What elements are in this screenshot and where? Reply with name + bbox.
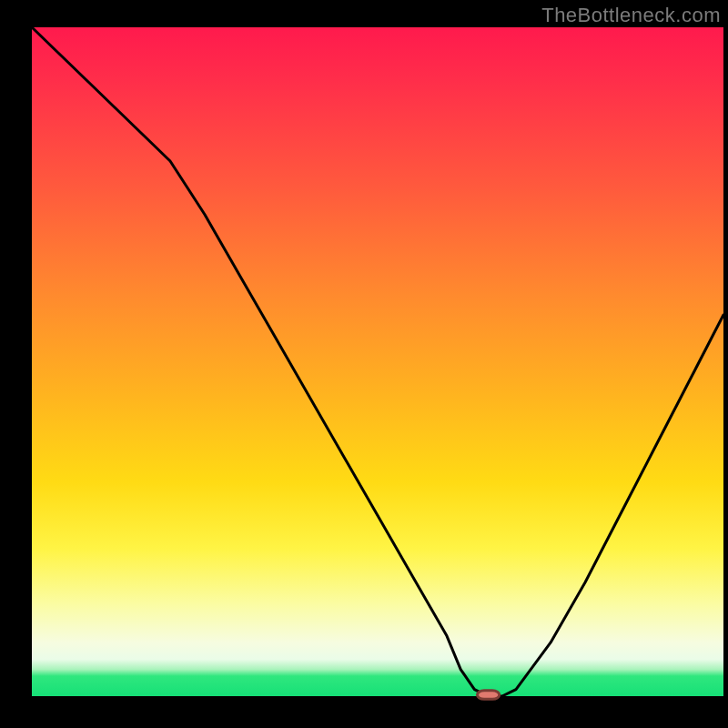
plot-area — [32, 27, 723, 696]
bottleneck-curve-path — [32, 27, 723, 696]
optimal-point-marker — [477, 691, 499, 700]
attribution-text: TheBottleneck.com — [541, 4, 721, 27]
bottleneck-curve-svg — [32, 27, 723, 696]
chart-stage: TheBottleneck.com — [0, 0, 728, 728]
